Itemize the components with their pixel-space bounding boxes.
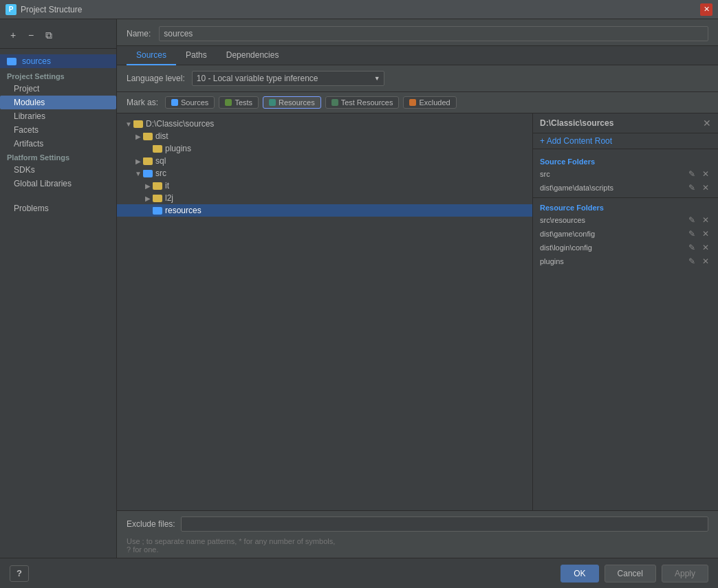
mark-test-resources-button[interactable]: Test Resources [325, 96, 400, 109]
name-row: Name: [117, 19, 718, 46]
sidebar-item-artifacts[interactable]: Artifacts [0, 137, 116, 151]
language-level-select[interactable]: 10 - Local variable type inference [192, 71, 384, 86]
source-folders-label: Source Folders [533, 155, 718, 167]
apply-button[interactable]: Apply [662, 565, 708, 582]
edit-resource-src-resources-button[interactable]: ✎ [686, 215, 697, 226]
right-panel-header: D:\Classic\sources ✕ [533, 113, 718, 133]
right-panel: D:\Classic\sources ✕ + Add Content Root … [532, 113, 718, 510]
app-icon: P [6, 4, 17, 15]
root-folder-icon [133, 120, 143, 128]
exclude-label: Exclude files: [127, 519, 175, 529]
module-folder-icon [7, 58, 17, 65]
tab-sources[interactable]: Sources [127, 46, 176, 65]
tree-item-root[interactable]: ▼ D:\Classic\sources [117, 118, 532, 130]
name-input[interactable] [159, 26, 708, 41]
ok-button[interactable]: OK [561, 565, 598, 582]
sidebar-item-facets[interactable]: Facets [0, 123, 116, 137]
tree-item-src[interactable]: ▼ src [117, 167, 532, 179]
test-resources-dot [331, 99, 338, 106]
tree-item-l2j[interactable]: ▶ l2j [117, 192, 532, 204]
sidebar-item-problems[interactable]: Problems [0, 202, 116, 215]
mark-excluded-button[interactable]: Excluded [403, 96, 456, 109]
close-window-button[interactable]: ✕ [700, 3, 712, 16]
panel-resource-dist-login-config: dist\login\config ✎ ✕ [533, 241, 718, 254]
language-level-label: Language level: [127, 74, 185, 83]
mark-resources-button[interactable]: Resources [263, 96, 321, 109]
it-arrow: ▶ [143, 182, 153, 190]
sidebar: + − ⧉ sources Project Settings Project M… [0, 19, 117, 558]
exclude-row: Exclude files: [117, 511, 718, 537]
excluded-dot [409, 99, 416, 106]
tree-item-resources[interactable]: resources [117, 204, 532, 217]
sources-dot [171, 99, 178, 106]
name-label: Name: [127, 29, 151, 39]
mark-as-row: Mark as: Sources Tests Resources Test Re… [117, 92, 718, 113]
remove-resource-plugins-button[interactable]: ✕ [700, 256, 711, 267]
panel-resource-dist-game-config: dist\game\config ✎ ✕ [533, 227, 718, 241]
right-panel-close-button[interactable]: ✕ [703, 118, 711, 129]
remove-source-dist-scripts-button[interactable]: ✕ [700, 182, 711, 193]
remove-resource-dist-login-config-button[interactable]: ✕ [700, 242, 711, 253]
file-tree: ▼ D:\Classic\sources ▶ dist plugins [117, 113, 532, 510]
tab-paths[interactable]: Paths [176, 46, 217, 65]
edit-resource-dist-game-config-button[interactable]: ✎ [686, 228, 697, 239]
sidebar-item-sdks[interactable]: SDKs [0, 163, 116, 177]
remove-source-src-button[interactable]: ✕ [700, 168, 711, 179]
edit-source-src-button[interactable]: ✎ [686, 168, 697, 179]
mark-sources-button[interactable]: Sources [165, 96, 215, 109]
tree-item-dist[interactable]: ▶ dist [117, 130, 532, 142]
resources-dot [269, 99, 276, 106]
tabs-row: Sources Paths Dependencies [117, 46, 718, 65]
tests-dot [225, 99, 232, 106]
selected-module-item[interactable]: sources [0, 54, 116, 68]
panel-divider [533, 197, 718, 198]
tree-item-plugins[interactable]: plugins [117, 142, 532, 155]
cancel-button[interactable]: Cancel [605, 565, 656, 582]
tree-item-sql[interactable]: ▶ sql [117, 155, 532, 167]
platform-settings-label: Platform Settings [0, 151, 116, 163]
add-content-root-button[interactable]: + Add Content Root [533, 133, 718, 149]
tree-and-panel: ▼ D:\Classic\sources ▶ dist plugins [117, 113, 718, 510]
project-settings-label: Project Settings [0, 69, 116, 82]
tab-dependencies[interactable]: Dependencies [217, 46, 289, 65]
remove-module-button[interactable]: − [23, 28, 39, 43]
edit-resource-plugins-button[interactable]: ✎ [686, 256, 697, 267]
add-module-button[interactable]: + [6, 28, 21, 43]
sidebar-toolbar: + − ⧉ [0, 25, 116, 49]
l2j-folder-icon [153, 195, 162, 202]
remove-resource-src-resources-button[interactable]: ✕ [700, 215, 711, 226]
resource-folders-label: Resource Folders [533, 201, 718, 213]
l2j-arrow: ▶ [143, 195, 153, 202]
sidebar-item-project[interactable]: Project [0, 82, 116, 96]
sidebar-item-global-libraries[interactable]: Global Libraries [0, 177, 116, 190]
mark-tests-button[interactable]: Tests [219, 96, 259, 109]
hint-text: Use ; to separate name patterns, * for a… [117, 537, 718, 558]
panel-source-dist-scripts: dist\game\data\scripts ✎ ✕ [533, 181, 718, 195]
footer-bar: ? OK Cancel Apply [0, 558, 718, 588]
help-button[interactable]: ? [10, 565, 29, 582]
right-panel-title: D:\Classic\sources [540, 118, 613, 128]
panel-resource-plugins: plugins ✎ ✕ [533, 254, 718, 268]
sidebar-item-modules[interactable]: Modules [0, 96, 116, 109]
panel-resource-src-resources: src\resources ✎ ✕ [533, 213, 718, 227]
mark-as-label: Mark as: [127, 98, 158, 107]
edit-source-dist-scripts-button[interactable]: ✎ [686, 182, 697, 193]
title-bar: P Project Structure ✕ [0, 0, 718, 19]
exclude-input[interactable] [181, 516, 708, 532]
tree-item-it[interactable]: ▶ it [117, 179, 532, 192]
dist-folder-icon [143, 133, 153, 140]
sidebar-item-libraries[interactable]: Libraries [0, 109, 116, 123]
it-folder-icon [153, 182, 162, 190]
panel-source-src: src ✎ ✕ [533, 167, 718, 181]
remove-resource-dist-game-config-button[interactable]: ✕ [700, 228, 711, 239]
language-row: Language level: 10 - Local variable type… [117, 65, 718, 92]
sql-arrow: ▶ [133, 157, 143, 165]
copy-module-button[interactable]: ⧉ [41, 28, 56, 43]
edit-resource-dist-login-config-button[interactable]: ✎ [686, 242, 697, 253]
bottom-section: Exclude files: Use ; to separate name pa… [117, 510, 718, 558]
root-arrow: ▼ [124, 120, 133, 128]
selected-module-label: sources [22, 56, 51, 66]
main-layout: + − ⧉ sources Project Settings Project M… [0, 19, 718, 558]
content-area: Name: Sources Paths Dependencies Languag… [117, 19, 718, 558]
sql-folder-icon [143, 157, 153, 165]
